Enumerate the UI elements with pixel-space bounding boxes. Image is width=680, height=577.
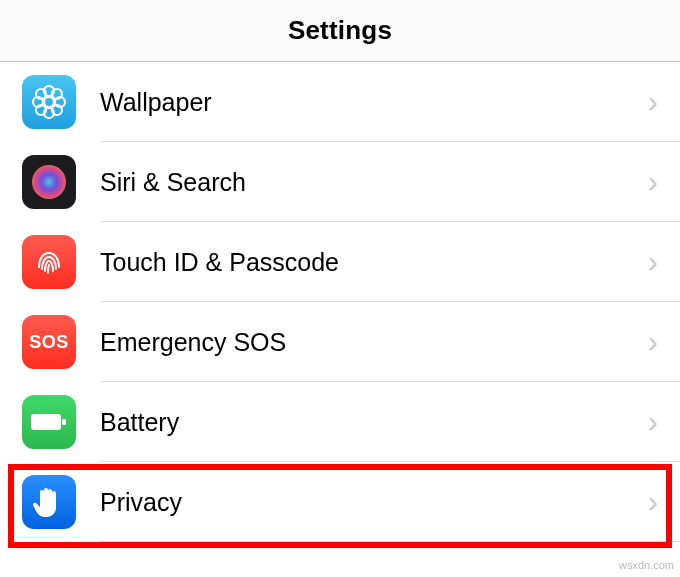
chevron-right-icon: › xyxy=(648,85,680,119)
watermark: wsxdn.com xyxy=(619,559,674,571)
chevron-right-icon: › xyxy=(648,405,680,439)
chevron-right-icon: › xyxy=(648,325,680,359)
hand-icon xyxy=(22,475,76,529)
row-battery[interactable]: Battery › xyxy=(0,382,680,462)
row-touchid-passcode[interactable]: Touch ID & Passcode › xyxy=(0,222,680,302)
svg-point-10 xyxy=(32,165,66,199)
row-label: Wallpaper xyxy=(100,88,648,117)
svg-point-0 xyxy=(44,97,54,107)
sos-icon-text: SOS xyxy=(29,332,69,353)
row-wallpaper[interactable]: Wallpaper › xyxy=(0,62,680,142)
wallpaper-icon xyxy=(22,75,76,129)
row-privacy[interactable]: Privacy › xyxy=(0,462,680,542)
row-siri-search[interactable]: Siri & Search › xyxy=(0,142,680,222)
chevron-right-icon: › xyxy=(648,165,680,199)
siri-icon xyxy=(22,155,76,209)
fingerprint-icon xyxy=(22,235,76,289)
settings-list: Wallpaper › Siri & Search › xyxy=(0,62,680,542)
row-label: Siri & Search xyxy=(100,168,648,197)
battery-icon xyxy=(22,395,76,449)
svg-rect-12 xyxy=(62,419,66,425)
row-label: Privacy xyxy=(100,488,648,517)
svg-rect-11 xyxy=(31,414,61,430)
sos-icon: SOS xyxy=(22,315,76,369)
chevron-right-icon: › xyxy=(648,245,680,279)
page-title: Settings xyxy=(288,15,392,46)
row-label: Emergency SOS xyxy=(100,328,648,357)
row-label: Battery xyxy=(100,408,648,437)
header: Settings xyxy=(0,0,680,62)
row-label: Touch ID & Passcode xyxy=(100,248,648,277)
row-emergency-sos[interactable]: SOS Emergency SOS › xyxy=(0,302,680,382)
chevron-right-icon: › xyxy=(648,485,680,519)
